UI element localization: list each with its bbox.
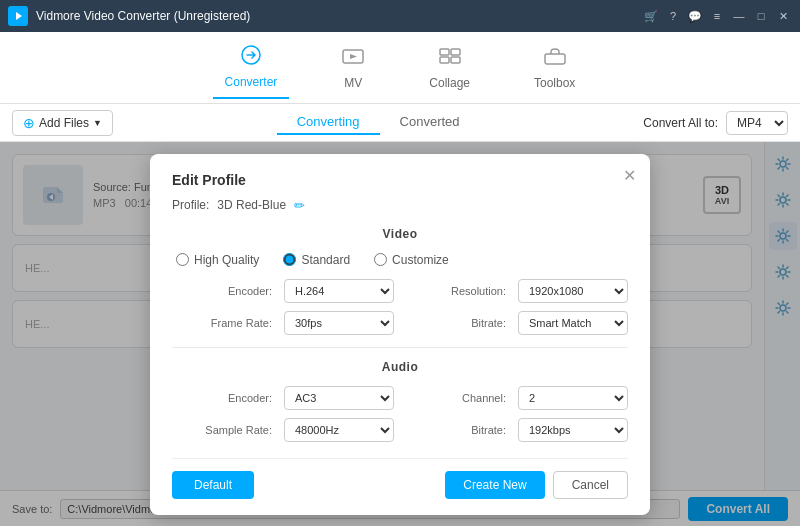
tab-converted[interactable]: Converted (380, 110, 480, 135)
profile-row: Profile: 3D Red-Blue ✏ (172, 198, 628, 213)
maximize-button[interactable]: □ (752, 7, 770, 25)
convert-all-select[interactable]: MP4 AVI MKV MOV (726, 111, 788, 135)
menu-icon[interactable]: ≡ (708, 7, 726, 25)
create-new-button[interactable]: Create New (445, 471, 544, 499)
encoder-select[interactable]: H.264 H.265 MPEG-4 (284, 279, 394, 303)
modal-close-button[interactable]: ✕ (623, 168, 636, 184)
modal-footer-right: Create New Cancel (445, 471, 628, 499)
audio-bitrate-label: Bitrate: (406, 424, 506, 436)
modal-title: Edit Profile (172, 172, 628, 188)
video-bitrate-label: Bitrate: (406, 317, 506, 329)
encoder-label: Encoder: (172, 285, 272, 297)
channel-label: Channel: (406, 392, 506, 404)
frame-rate-select[interactable]: 30fps 24fps 60fps (284, 311, 394, 335)
frame-rate-label: Frame Rate: (172, 317, 272, 329)
help-icon[interactable]: ? (664, 7, 682, 25)
section-divider (172, 347, 628, 348)
modal-footer: Default Create New Cancel (172, 458, 628, 499)
add-files-button[interactable]: ⊕ Add Files ▼ (12, 110, 113, 136)
nav-collage[interactable]: Collage (417, 38, 482, 98)
converter-icon (239, 45, 263, 71)
main-area: Source: Funny Cal...ggers ℹ MP3 00:14:45… (0, 142, 800, 526)
modal-overlay: Edit Profile ✕ Profile: 3D Red-Blue ✏ Vi… (0, 142, 800, 526)
message-icon[interactable]: 💬 (686, 7, 704, 25)
close-button[interactable]: ✕ (774, 7, 792, 25)
toolbar: ⊕ Add Files ▼ Converting Converted Conve… (0, 104, 800, 142)
nav-mv[interactable]: MV (329, 38, 377, 98)
toolbox-icon (543, 46, 567, 72)
collage-icon (438, 46, 462, 72)
quality-row: High Quality Standard Customize (172, 253, 628, 267)
toolbar-tabs: Converting Converted (113, 110, 643, 135)
quality-customize-radio[interactable] (374, 253, 387, 266)
audio-form-grid: Encoder: AC3 AAC MP3 Channel: 2 1 6 Samp… (172, 386, 628, 442)
sample-rate-label: Sample Rate: (172, 424, 272, 436)
nav-converter[interactable]: Converter (213, 37, 290, 99)
converter-label: Converter (225, 75, 278, 89)
svg-rect-5 (451, 49, 460, 55)
quality-high-option[interactable]: High Quality (176, 253, 259, 267)
titlebar: Vidmore Video Converter (Unregistered) 🛒… (0, 0, 800, 32)
mv-icon (341, 46, 365, 72)
resolution-select[interactable]: 1920x1080 1280x720 854x480 (518, 279, 628, 303)
quality-standard-label: Standard (301, 253, 350, 267)
mv-label: MV (344, 76, 362, 90)
sample-rate-select[interactable]: 48000Hz 44100Hz 22050Hz (284, 418, 394, 442)
profile-value: 3D Red-Blue (217, 198, 286, 212)
convert-all-label: Convert All to: (643, 116, 718, 130)
svg-rect-8 (545, 54, 565, 64)
svg-rect-7 (451, 57, 460, 63)
window-controls: 🛒 ? 💬 ≡ — □ ✕ (642, 7, 792, 25)
svg-rect-6 (440, 57, 449, 63)
svg-rect-4 (440, 49, 449, 55)
tab-converting[interactable]: Converting (277, 110, 380, 135)
navbar: Converter MV Collage Toolb (0, 32, 800, 104)
minimize-button[interactable]: — (730, 7, 748, 25)
audio-section-header: Audio (172, 360, 628, 374)
quality-high-label: High Quality (194, 253, 259, 267)
quality-standard-radio[interactable] (283, 253, 296, 266)
channel-select[interactable]: 2 1 6 (518, 386, 628, 410)
nav-toolbox[interactable]: Toolbox (522, 38, 587, 98)
video-bitrate-select[interactable]: Smart Match 8000k 4000k (518, 311, 628, 335)
profile-label: Profile: (172, 198, 209, 212)
video-form-grid: Encoder: H.264 H.265 MPEG-4 Resolution: … (172, 279, 628, 335)
audio-encoder-select[interactable]: AC3 AAC MP3 (284, 386, 394, 410)
edit-profile-modal: Edit Profile ✕ Profile: 3D Red-Blue ✏ Vi… (150, 154, 650, 515)
quality-customize-option[interactable]: Customize (374, 253, 449, 267)
video-section-header: Video (172, 227, 628, 241)
default-button[interactable]: Default (172, 471, 254, 499)
add-files-arrow: ▼ (93, 118, 102, 128)
profile-edit-icon[interactable]: ✏ (294, 198, 305, 213)
toolbox-label: Toolbox (534, 76, 575, 90)
resolution-label: Resolution: (406, 285, 506, 297)
convert-all-section: Convert All to: MP4 AVI MKV MOV (643, 111, 788, 135)
add-files-label: Add Files (39, 116, 89, 130)
quality-customize-label: Customize (392, 253, 449, 267)
collage-label: Collage (429, 76, 470, 90)
cancel-button[interactable]: Cancel (553, 471, 628, 499)
app-title: Vidmore Video Converter (Unregistered) (36, 9, 642, 23)
cart-icon[interactable]: 🛒 (642, 7, 660, 25)
quality-high-radio[interactable] (176, 253, 189, 266)
audio-encoder-label: Encoder: (172, 392, 272, 404)
app-icon (8, 6, 28, 26)
quality-standard-option[interactable]: Standard (283, 253, 350, 267)
audio-bitrate-select[interactable]: 192kbps 128kbps 320kbps (518, 418, 628, 442)
plus-icon: ⊕ (23, 115, 35, 131)
